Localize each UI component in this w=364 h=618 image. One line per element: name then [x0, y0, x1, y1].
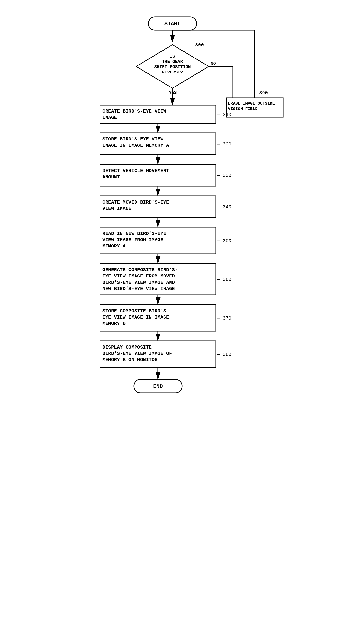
- svg-text:THE GEAR: THE GEAR: [162, 59, 183, 64]
- svg-text:— 320: — 320: [217, 141, 231, 147]
- svg-text:IMAGE: IMAGE: [103, 115, 117, 120]
- svg-text:IMAGE IN IMAGE MEMORY A: IMAGE IN IMAGE MEMORY A: [103, 143, 169, 148]
- svg-text:REVERSE?: REVERSE?: [162, 70, 182, 75]
- flowchart-svg: START IS THE GEAR SHIFT POSITION REVERSE…: [73, 10, 291, 609]
- svg-text:DETECT VEHICLE MOVEMENT: DETECT VEHICLE MOVEMENT: [103, 168, 169, 174]
- svg-text:MEMORY A: MEMORY A: [103, 243, 126, 249]
- svg-text:STORE COMPOSITE BIRD'S-: STORE COMPOSITE BIRD'S-: [103, 308, 169, 314]
- svg-text:— 390: — 390: [253, 90, 268, 96]
- svg-text:— 380: — 380: [217, 352, 231, 357]
- start-label: START: [164, 21, 180, 27]
- svg-text:NO: NO: [211, 61, 216, 66]
- svg-text:SHIFT POSITION: SHIFT POSITION: [154, 65, 191, 69]
- svg-text:GENERATE COMPOSITE BIRD'S-: GENERATE COMPOSITE BIRD'S-: [103, 267, 178, 273]
- svg-text:MEMORY B: MEMORY B: [103, 321, 126, 326]
- svg-text:EYE VIEW IMAGE IN IMAGE: EYE VIEW IMAGE IN IMAGE: [103, 314, 169, 320]
- svg-text:NEW BIRD'S-EYE VIEW IMAGE: NEW BIRD'S-EYE VIEW IMAGE: [103, 286, 175, 292]
- svg-text:BIRD'S-EYE VIEW IMAGE AND: BIRD'S-EYE VIEW IMAGE AND: [103, 280, 175, 285]
- flowchart-container: START IS THE GEAR SHIFT POSITION REVERSE…: [73, 10, 291, 609]
- svg-text:ERASE IMAGE OUTSIDE: ERASE IMAGE OUTSIDE: [228, 101, 275, 106]
- svg-text:MEMORY B ON MONITOR: MEMORY B ON MONITOR: [103, 357, 157, 363]
- svg-text:— 330: — 330: [217, 173, 231, 178]
- svg-text:— 300: — 300: [189, 42, 204, 48]
- svg-text:— 370: — 370: [217, 315, 231, 321]
- svg-text:— 350: — 350: [217, 238, 231, 244]
- svg-text:STORE BIRD'S-EYE VIEW: STORE BIRD'S-EYE VIEW: [103, 136, 163, 142]
- svg-text:DISPLAY COMPOSITE: DISPLAY COMPOSITE: [103, 344, 152, 350]
- svg-text:VISION FIELD: VISION FIELD: [228, 107, 258, 111]
- svg-text:AMOUNT: AMOUNT: [103, 174, 120, 180]
- svg-text:VIEW IMAGE FROM IMAGE: VIEW IMAGE FROM IMAGE: [103, 237, 163, 243]
- svg-text:IS: IS: [170, 54, 175, 59]
- svg-text:— 340: — 340: [217, 204, 231, 210]
- svg-text:BIRD'S-EYE VIEW IMAGE OF: BIRD'S-EYE VIEW IMAGE OF: [103, 351, 172, 356]
- svg-text:CREATE MOVED BIRD'S-EYE: CREATE MOVED BIRD'S-EYE: [103, 199, 169, 205]
- svg-text:CREATE BIRD'S-EYE VIEW: CREATE BIRD'S-EYE VIEW: [103, 108, 166, 114]
- svg-rect-21: [100, 105, 216, 123]
- svg-text:— 310: — 310: [217, 112, 231, 118]
- svg-text:— 360: — 360: [217, 277, 231, 282]
- svg-text:READ IN NEW BIRD'S-EYE: READ IN NEW BIRD'S-EYE: [103, 231, 166, 236]
- svg-text:VIEW IMAGE: VIEW IMAGE: [103, 206, 131, 211]
- svg-text:END: END: [153, 384, 163, 390]
- svg-text:EYE VIEW IMAGE FROM MOVED: EYE VIEW IMAGE FROM MOVED: [103, 273, 175, 279]
